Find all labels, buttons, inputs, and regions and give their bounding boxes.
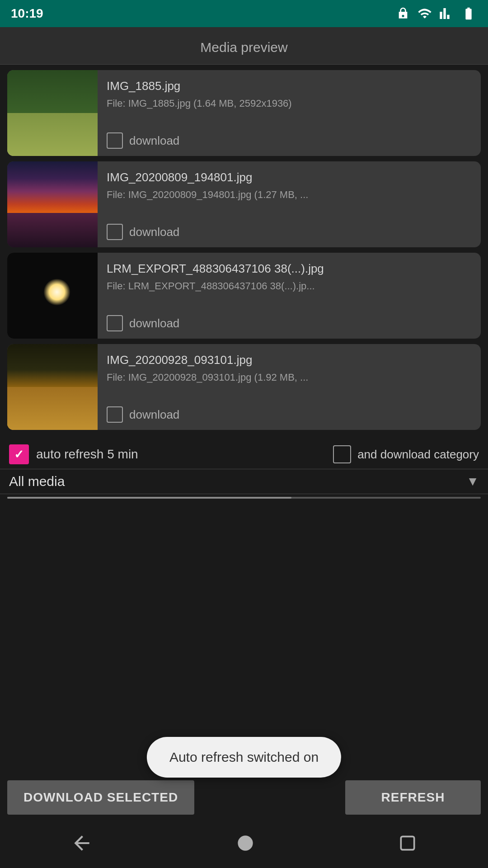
media-item-3: LRM_EXPORT_488306437106 38(...).jpg File… — [7, 253, 481, 339]
action-buttons: DOWNLOAD SELECTED REFRESH — [0, 780, 488, 815]
media-info-1: IMG_1885.jpg File: IMG_1885.jpg (1.64 MB… — [98, 70, 481, 156]
svg-point-0 — [238, 835, 253, 850]
status-icons — [396, 6, 477, 21]
battery-icon — [460, 6, 477, 21]
download-label-2: download — [129, 225, 179, 239]
auto-refresh-row: auto refresh 5 min — [9, 444, 324, 464]
media-item-2: IMG_20200809_194801.jpg File: IMG_202008… — [7, 161, 481, 247]
download-selected-button[interactable]: DOWNLOAD SELECTED — [7, 780, 194, 815]
snackbar-message: Auto refresh switched on — [169, 750, 319, 764]
signal-icon — [439, 6, 454, 21]
download-category-checkbox[interactable] — [333, 445, 351, 463]
auto-refresh-label: auto refresh 5 min — [36, 447, 138, 462]
dropdown-value: All media — [9, 474, 65, 489]
download-label-3: download — [129, 316, 179, 330]
wifi-icon — [417, 6, 433, 21]
chevron-down-icon: ▼ — [466, 474, 479, 489]
media-filter-dropdown[interactable]: All media ▼ — [0, 469, 488, 494]
back-button[interactable] — [70, 832, 93, 854]
media-file-3: File: LRM_EXPORT_488306437106 38(...).jp… — [107, 280, 472, 308]
auto-refresh-checkbox[interactable] — [9, 444, 29, 464]
notification-icon — [396, 6, 410, 21]
media-thumbnail-1 — [7, 70, 98, 156]
download-label-4: download — [129, 408, 179, 422]
download-label-1: download — [129, 134, 179, 148]
scroll-indicator — [7, 497, 481, 499]
status-bar: 10:19 — [0, 0, 488, 27]
download-checkbox-2[interactable] — [107, 224, 123, 240]
nav-bar — [0, 818, 488, 868]
svg-rect-1 — [401, 836, 414, 849]
back-icon — [70, 832, 93, 854]
recent-apps-button[interactable] — [398, 833, 418, 853]
media-item-1: IMG_1885.jpg File: IMG_1885.jpg (1.64 MB… — [7, 70, 481, 156]
recent-icon — [398, 833, 418, 853]
home-button[interactable] — [234, 832, 257, 854]
media-info-4: IMG_20200928_093101.jpg File: IMG_202009… — [98, 344, 481, 430]
media-file-1: File: IMG_1885.jpg (1.64 MB, 2592x1936) — [107, 98, 472, 125]
media-info-2: IMG_20200809_194801.jpg File: IMG_202008… — [98, 161, 481, 247]
media-item-4: IMG_20200928_093101.jpg File: IMG_202009… — [7, 344, 481, 430]
download-row-1: download — [107, 132, 472, 149]
refresh-button[interactable]: REFRESH — [345, 780, 481, 815]
media-name-2: IMG_20200809_194801.jpg — [107, 170, 472, 184]
download-row-2: download — [107, 224, 472, 240]
download-category-row: and download category — [333, 445, 479, 463]
download-checkbox-4[interactable] — [107, 406, 123, 423]
media-file-4: File: IMG_20200928_093101.jpg (1.92 MB, … — [107, 372, 472, 399]
media-name-4: IMG_20200928_093101.jpg — [107, 353, 472, 367]
page-title: Media preview — [200, 40, 287, 55]
media-thumbnail-2 — [7, 161, 98, 247]
status-time: 10:19 — [11, 6, 43, 21]
media-file-2: File: IMG_20200809_194801.jpg (1.27 MB, … — [107, 189, 472, 217]
media-list: IMG_1885.jpg File: IMG_1885.jpg (1.64 MB… — [0, 65, 488, 435]
home-icon — [234, 832, 257, 854]
bottom-controls: auto refresh 5 min and download category — [0, 435, 488, 469]
media-info-3: LRM_EXPORT_488306437106 38(...).jpg File… — [98, 253, 481, 339]
media-thumbnail-3 — [7, 253, 98, 339]
download-row-3: download — [107, 315, 472, 331]
media-name-3: LRM_EXPORT_488306437106 38(...).jpg — [107, 262, 472, 276]
download-row-4: download — [107, 406, 472, 423]
download-category-label: and download category — [357, 448, 479, 462]
title-bar: Media preview — [0, 27, 488, 65]
download-checkbox-1[interactable] — [107, 132, 123, 149]
snackbar: Auto refresh switched on — [147, 737, 341, 778]
media-thumbnail-4 — [7, 344, 98, 430]
download-checkbox-3[interactable] — [107, 315, 123, 331]
media-name-1: IMG_1885.jpg — [107, 79, 472, 93]
